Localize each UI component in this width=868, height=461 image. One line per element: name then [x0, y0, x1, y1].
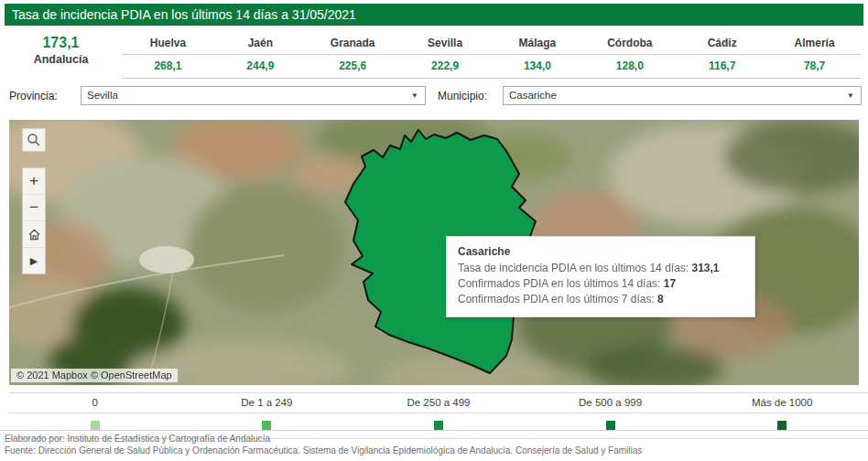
province-header: Cádiz: [676, 34, 768, 54]
province-header: Granada: [307, 34, 399, 54]
region-summary: 173,1 Andalucía: [0, 35, 122, 66]
legend-label: De 500 a 999: [525, 393, 697, 413]
region-summary-value: 173,1: [0, 35, 122, 51]
province-header: Córdoba: [583, 34, 676, 54]
home-icon: [27, 228, 41, 241]
provincia-select[interactable]: Sevilla ▼: [81, 86, 426, 105]
town-patch: [139, 246, 194, 273]
municipio-label: Municipio:: [438, 90, 487, 102]
province-value: 116,7: [676, 55, 768, 78]
page-title: Tasa de incidencia PDIA en los últimos 1…: [5, 4, 863, 26]
map-canvas[interactable]: + − ▶ Casariche Tasa de incidencia PDIA …: [9, 120, 859, 385]
legend-swatch: [434, 421, 443, 430]
province-header: Huelva: [122, 34, 214, 54]
legend-swatch: [91, 421, 100, 430]
province-header: Jaén: [214, 34, 307, 54]
province-value-row: 268,1 244,9 225,6 222,9 134,0 128,0 116,…: [122, 54, 861, 79]
tooltip-row: Confirmados PDIA en los últimos 7 días: …: [458, 292, 743, 307]
province-value: 128,0: [583, 55, 676, 78]
map-zoom-controls: + − ▶: [22, 167, 46, 274]
province-value: 78,7: [768, 55, 861, 78]
chevron-down-icon: ▼: [847, 87, 854, 104]
map-tooltip: Casariche Tasa de incidencia PDIA en los…: [446, 236, 755, 317]
map-search-button[interactable]: [22, 128, 46, 152]
home-button[interactable]: [23, 220, 45, 247]
legend-label: 0: [9, 393, 181, 413]
legend-swatch: [777, 421, 787, 430]
chevron-down-icon: ▼: [411, 87, 418, 104]
province-header-row: Huelva Jaén Granada Sevilla Málaga Córdo…: [122, 34, 861, 54]
search-icon: [27, 133, 41, 147]
legend-swatch: [606, 421, 615, 430]
pan-expand-button[interactable]: ▶: [23, 247, 45, 273]
province-value: 244,9: [214, 55, 307, 78]
legend-label: De 250 a 499: [353, 393, 525, 413]
tooltip-title: Casariche: [458, 245, 743, 258]
dashboard: Tasa de incidencia PDIA en los últimos 1…: [0, 0, 868, 461]
legend-label: De 1 a 249: [181, 393, 353, 413]
province-header: Almería: [768, 34, 861, 54]
provincia-label: Provincia:: [9, 90, 58, 102]
zoom-in-button[interactable]: +: [23, 168, 45, 194]
footer-divider: [0, 430, 868, 431]
legend-labels-row: 0 De 1 a 249 De 250 a 499 De 500 a 999 M…: [9, 393, 868, 413]
legend-swatch: [262, 421, 271, 430]
footer-fuente: Fuente: Dirección General de Salud Públi…: [5, 445, 642, 456]
tooltip-row: Confirmados PDIA en los últimos 14 días:…: [458, 276, 743, 292]
municipio-select-value: Casariche: [509, 90, 557, 101]
province-header: Málaga: [492, 34, 584, 54]
footer: Elaborado por: Instituto de Estadística …: [5, 433, 642, 456]
map-attribution[interactable]: © 2021 Mapbox © OpenStreetMap: [11, 369, 178, 382]
province-value: 268,1: [122, 55, 214, 78]
provincia-select-value: Sevilla: [87, 90, 118, 101]
footer-elaborado: Elaborado por: Instituto de Estadística …: [5, 433, 642, 445]
province-value: 225,6: [307, 55, 399, 78]
zoom-out-button[interactable]: −: [23, 194, 45, 220]
province-strip: Huelva Jaén Granada Sevilla Málaga Córdo…: [122, 34, 861, 79]
province-value: 222,9: [399, 55, 492, 78]
tooltip-row: Tasa de incidencia PDIA en los últimos 1…: [458, 261, 743, 276]
legend-label: Más de 1000: [696, 393, 868, 413]
municipio-select[interactable]: Casariche ▼: [503, 86, 862, 105]
province-value: 134,0: [492, 55, 584, 78]
province-header: Sevilla: [399, 34, 492, 54]
region-summary-label: Andalucía: [0, 53, 122, 66]
